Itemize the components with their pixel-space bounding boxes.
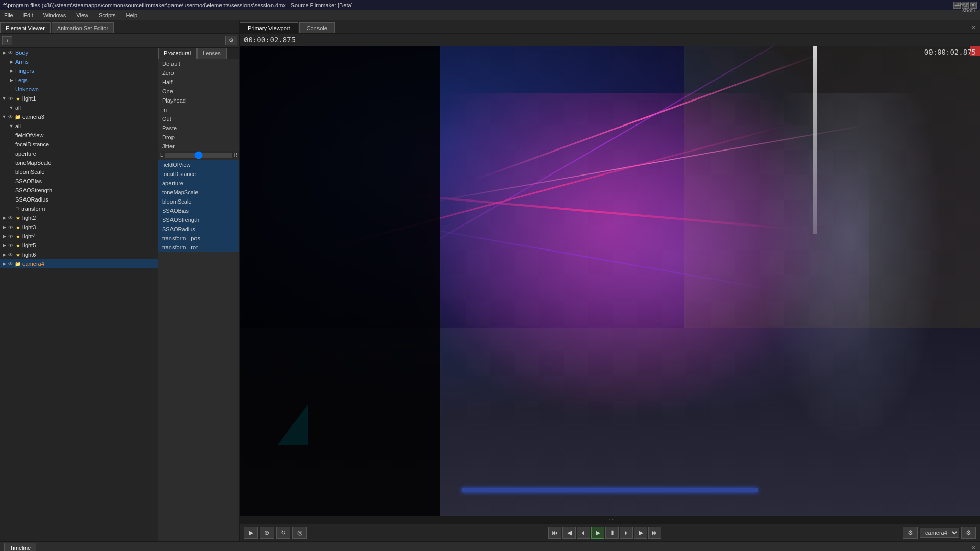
selected-item-transform-pos[interactable]: transform - pos [158, 234, 239, 243]
selected-item-fov[interactable]: fieldOfView [158, 160, 239, 169]
tree-item-ssaostrength[interactable]: SSAOStrength [0, 186, 158, 195]
procedural-panel: Procedural Lenses Default Zero Half One … [158, 48, 239, 541]
tree-item-light5[interactable]: ▶ 👁 ★ light5 [0, 241, 158, 250]
eye-icon[interactable]: 👁 [7, 233, 14, 240]
proc-item-drop[interactable]: Drop [158, 133, 239, 142]
slider-label-right: R [234, 152, 237, 158]
selected-item-bloomscale[interactable]: bloomScale [158, 197, 239, 206]
selected-item-ssaobias[interactable]: SSAOBias [158, 206, 239, 215]
proc-item-out[interactable]: Out [158, 114, 239, 123]
tab-primary-viewport[interactable]: Primary Viewport [240, 22, 298, 33]
selected-item-tonemapscale[interactable]: toneMapScale [158, 188, 239, 197]
proc-item-jitter[interactable]: Jitter [158, 142, 239, 151]
eye-icon[interactable]: 👁 [7, 242, 14, 249]
tree-item-fov[interactable]: fieldOfView [0, 131, 158, 140]
tree-item-aperture[interactable]: aperture [0, 149, 158, 158]
viewport-tool-focus[interactable]: ◎ [292, 527, 307, 539]
selected-item-ssaostrength[interactable]: SSAOStrength [158, 215, 239, 224]
settings-button[interactable]: ⚙ [225, 36, 237, 45]
tree-label: Body [15, 49, 28, 56]
eye-icon[interactable]: 👁 [7, 214, 14, 221]
expand-icon: ▶ [8, 59, 14, 65]
selected-item-aperture[interactable]: aperture [158, 179, 239, 188]
tree-item-unknown[interactable]: Unknown [0, 85, 158, 94]
tab-procedural[interactable]: Procedural [158, 48, 197, 59]
tree-item-light1-all[interactable]: ▼ all [0, 103, 158, 112]
transport-step-fwd[interactable]: ⏵ [620, 527, 633, 539]
proc-item-in[interactable]: In [158, 105, 239, 114]
tree-item-light1[interactable]: ▼ 👁 ★ light1 [0, 94, 158, 103]
proc-item-default[interactable]: Default [158, 59, 239, 68]
tab-lenses[interactable]: Lenses [197, 48, 226, 59]
menu-windows[interactable]: Windows [41, 11, 68, 19]
eye-icon[interactable]: 👁 [7, 113, 14, 120]
camera-select[interactable]: camera4 camera3 [920, 528, 959, 538]
menu-edit[interactable]: Edit [21, 11, 35, 19]
proc-item-playhead[interactable]: Playhead [158, 96, 239, 105]
eye-icon[interactable]: 👁 [7, 223, 14, 231]
tree-item-light3[interactable]: ▶ 👁 ★ light3 [0, 222, 158, 232]
menu-file[interactable]: File [2, 11, 15, 19]
eye-icon[interactable]: 👁 [7, 251, 14, 258]
session-info: session shot1 [957, 1, 976, 13]
menu-help[interactable]: Help [124, 11, 140, 19]
tree-item-light6[interactable]: ▶ 👁 ★ light6 [0, 250, 158, 259]
proc-item-paste[interactable]: Paste [158, 123, 239, 133]
eye-icon[interactable]: 👁 [7, 49, 14, 56]
menu-view[interactable]: View [74, 11, 90, 19]
transport-prev[interactable]: ◀ [562, 527, 576, 539]
tree-item-transform[interactable]: □ transform [0, 204, 158, 213]
proc-item-zero[interactable]: Zero [158, 68, 239, 78]
tree-item-tonemapscale[interactable]: toneMapScale [0, 158, 158, 167]
tree-item-camera3[interactable]: ▼ 👁 📁 camera3 [0, 112, 158, 121]
viewport-tool-move[interactable]: ⊕ [260, 527, 274, 539]
tree-item-focal[interactable]: focalDistance [0, 140, 158, 149]
transport-fwd[interactable]: ⏭ [648, 527, 662, 539]
viewport-settings-btn[interactable]: ⚙ [903, 527, 918, 539]
selected-item-ssaoradius[interactable]: SSAORadius [158, 224, 239, 234]
viewport-tool-arrow[interactable]: ▶ [244, 527, 258, 539]
tree-label: all [15, 105, 21, 111]
slider-label-left: L [160, 152, 163, 158]
tree-item-light2[interactable]: ▶ 👁 ★ light2 [0, 213, 158, 222]
black-strip [240, 46, 440, 516]
add-element-button[interactable]: + [2, 36, 12, 45]
tree-item-legs[interactable]: ▶ Legs [0, 76, 158, 85]
transport-play[interactable]: ▶ [591, 527, 604, 539]
tab-console[interactable]: Console [299, 22, 335, 33]
tab-element-viewer[interactable]: Element Viewer [0, 22, 51, 33]
tab-animation-set-editor[interactable]: Animation Set Editor [52, 22, 114, 33]
tree-item-camera3-all[interactable]: ▼ all [0, 121, 158, 131]
session-name: session [957, 1, 976, 7]
transport-step-back[interactable]: ⏴ [577, 527, 590, 539]
menu-scripts[interactable]: Scripts [96, 11, 118, 19]
tree-item-bloomscale[interactable]: bloomScale [0, 167, 158, 177]
tree-item-fingers[interactable]: ▶ Fingers [0, 66, 158, 76]
transport-next[interactable]: ▶ [634, 527, 647, 539]
timeline-close-button[interactable]: ✕ [971, 544, 976, 552]
tree-item-ssaoradius[interactable]: SSAORadius [0, 195, 158, 204]
tree-item-body[interactable]: ▶ 👁 Body [0, 48, 158, 57]
proc-item-one[interactable]: One [158, 87, 239, 96]
viewport-close-button[interactable]: ✕ [967, 22, 980, 33]
expand-icon: ▼ [8, 123, 14, 129]
tree-item-arms[interactable]: ▶ Arms [0, 57, 158, 66]
viewport-tool-rotate[interactable]: ↻ [276, 527, 290, 539]
proc-slider[interactable] [165, 153, 232, 158]
timeline-header: Timeline ✕ [0, 542, 980, 551]
selected-item-focal[interactable]: focalDistance [158, 169, 239, 179]
proc-item-half[interactable]: Half [158, 78, 239, 87]
eye-icon[interactable]: 👁 [7, 260, 14, 267]
tree-item-light4[interactable]: ▶ 👁 ★ light4 [0, 232, 158, 241]
viewport-options-btn[interactable]: ⚙ [961, 527, 976, 539]
expand-icon: ▼ [1, 95, 7, 102]
transport-pause[interactable]: ⏸ [605, 527, 619, 539]
transport-rewind[interactable]: ⏮ [548, 527, 561, 539]
ctrl-separator-2 [666, 528, 666, 538]
tab-timeline[interactable]: Timeline [4, 543, 36, 551]
tree-item-camera4[interactable]: ▶ 👁 📁 camera4 [0, 259, 158, 268]
selected-item-transform-rot[interactable]: transform - rot [158, 243, 239, 252]
tree-item-ssaobias[interactable]: SSAOBias [0, 177, 158, 186]
tree-label: light3 [22, 224, 36, 230]
eye-icon[interactable]: 👁 [7, 95, 14, 102]
